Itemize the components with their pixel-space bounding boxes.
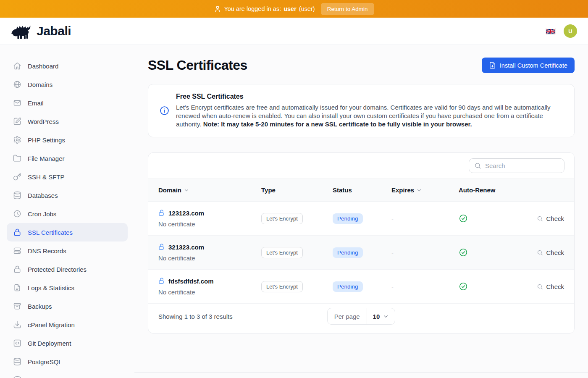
top-right-controls: U [546, 24, 577, 38]
unlock-icon [158, 210, 165, 216]
sidebar-item-label: DNS Records [28, 247, 66, 255]
pencil-icon [13, 117, 21, 126]
server-icon [13, 247, 21, 255]
database-icon [13, 191, 21, 200]
user-avatar[interactable]: U [564, 24, 577, 38]
impersonation-message: You are logged in as: user (user) [214, 5, 315, 13]
file-plus-icon [489, 62, 496, 69]
column-label: Status [333, 186, 352, 194]
search-icon [537, 215, 543, 222]
sidebar-item-dns-records[interactable]: DNS Records [7, 242, 128, 260]
install-custom-certificate-button[interactable]: Install Custom Certificate [482, 58, 575, 73]
return-to-admin-button[interactable]: Return to Admin [321, 3, 374, 15]
check-button[interactable]: Check [537, 215, 564, 222]
sidebar-item-ssh-sftp[interactable]: SSH & SFTP [7, 168, 128, 186]
sidebar-item-file-manager[interactable]: File Manager [7, 149, 128, 168]
search-icon [474, 162, 481, 169]
code-icon [13, 339, 21, 347]
sidebar-item-databases[interactable]: Databases [7, 186, 128, 205]
sidebar-item-wordpress[interactable]: WordPress [7, 112, 128, 131]
sidebar-item-postgresql[interactable]: PostgreSQL [7, 352, 128, 371]
install-button-label: Install Custom Certificate [500, 62, 567, 69]
table-toolbar [148, 153, 574, 178]
type-badge: Let's Encrypt [261, 247, 303, 258]
auto-renew-check-icon [459, 282, 522, 291]
search-box [469, 158, 564, 173]
sidebar-item-label: SSL Certificates [28, 229, 73, 236]
gear-icon [13, 136, 21, 144]
check-button[interactable]: Check [537, 249, 564, 256]
check-button-label: Check [546, 215, 564, 222]
check-button[interactable]: Check [537, 283, 564, 290]
page-layout: Dashboard Domains Email WordPress PHP Se… [0, 45, 588, 378]
key-icon [13, 173, 21, 181]
sidebar-item-label: PHP Settings [28, 136, 65, 144]
type-badge: Let's Encrypt [261, 213, 303, 224]
status-badge: Pending [333, 247, 363, 258]
column-label: Auto-Renew [459, 186, 496, 194]
logged-in-role: (user) [299, 5, 315, 12]
chevron-down-icon [383, 313, 389, 320]
check-button-label: Check [546, 283, 564, 290]
folder-icon [13, 154, 21, 163]
sidebar-item-git-deployment[interactable]: Git Deployment [7, 334, 128, 352]
brand-logo[interactable]: Jabali [11, 23, 71, 39]
chevron-down-icon [416, 187, 422, 193]
sidebar-item-protected-directories[interactable]: Protected Directories [7, 260, 128, 278]
brand-name: Jabali [37, 24, 71, 38]
info-box-note: Note: It may take 5-20 minutes for a new… [203, 121, 472, 128]
archive-icon [13, 302, 21, 310]
sidebar-item-cpanel-migration[interactable]: cPanel Migration [7, 315, 128, 334]
domain-cell: 123123.com No certificate [158, 210, 261, 228]
column-header-domain[interactable]: Domain [158, 186, 261, 194]
sidebar-item-dashboard[interactable]: Dashboard [7, 57, 128, 75]
status-badge: Pending [333, 281, 363, 292]
sidebar-item-label: Domains [28, 81, 52, 88]
sidebar-item-domains[interactable]: Domains [7, 75, 128, 94]
sidebar-item-email[interactable]: Email [7, 94, 128, 112]
clock-icon [13, 210, 21, 218]
certificate-subtitle: No certificate [158, 255, 261, 262]
unlock-icon [158, 278, 165, 284]
sidebar-item-label: WordPress [28, 118, 59, 125]
per-page-label: Per page [328, 308, 367, 324]
per-page-select[interactable]: 10 [367, 308, 395, 324]
domain-cell: 321323.com No certificate [158, 244, 261, 262]
main-content: SSL Certificates Install Custom Certific… [134, 45, 588, 372]
page-header: SSL Certificates Install Custom Certific… [148, 58, 575, 73]
column-header-status: Status [333, 186, 391, 194]
table-row: 123123.com No certificate Let's Encrypt … [148, 202, 574, 236]
globe-icon [13, 80, 21, 89]
table-row: fdsfsdfdsf.com No certificate Let's Encr… [148, 270, 574, 304]
search-icon [537, 284, 543, 290]
sidebar-item-partial[interactable] [7, 371, 128, 378]
language-flag-icon[interactable] [546, 28, 555, 34]
expires-value: - [391, 215, 459, 222]
sidebar-item-php-settings[interactable]: PHP Settings [7, 131, 128, 149]
sidebar-item-logs-statistics[interactable]: Logs & Statistics [7, 278, 128, 297]
sidebar-item-backups[interactable]: Backups [7, 297, 128, 315]
logged-in-username: user [284, 5, 297, 12]
certificates-table-card: Domain Type Status Expires Auto-Renew [148, 152, 575, 333]
impersonation-banner: You are logged in as: user (user) Return… [0, 0, 588, 18]
column-header-type: Type [261, 186, 333, 194]
sidebar-item-ssl-certificates[interactable]: SSL Certificates [7, 223, 128, 242]
check-button-label: Check [546, 249, 564, 256]
sidebar-item-label: PostgreSQL [28, 358, 62, 365]
table-header-row: Domain Type Status Expires Auto-Renew [148, 178, 574, 202]
home-icon [13, 62, 21, 70]
sidebar-item-label: cPanel Migration [28, 321, 75, 328]
info-icon [159, 105, 170, 116]
lock-icon [13, 265, 21, 273]
info-box-title: Free SSL Certificates [176, 93, 563, 100]
sidebar: Dashboard Domains Email WordPress PHP Se… [0, 45, 134, 378]
unlock-icon [158, 244, 165, 250]
mail-icon [13, 99, 21, 107]
sidebar-item-label: Git Deployment [28, 340, 71, 347]
search-input[interactable] [485, 162, 559, 169]
type-badge: Let's Encrypt [261, 281, 303, 292]
column-header-expires[interactable]: Expires [391, 186, 459, 194]
domain-name: 321323.com [168, 244, 204, 251]
sidebar-item-cron-jobs[interactable]: Cron Jobs [7, 205, 128, 223]
file-text-icon [13, 284, 21, 292]
